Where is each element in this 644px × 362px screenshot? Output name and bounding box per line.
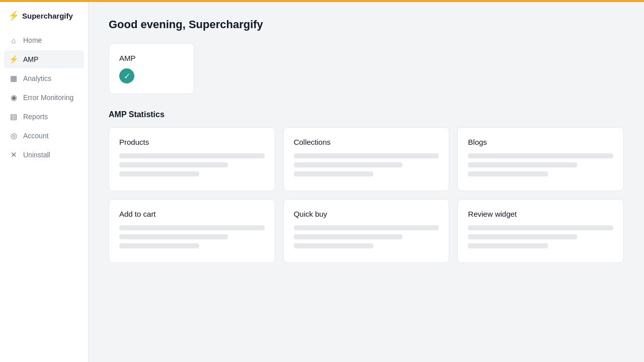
reports-icon: ▤ [9,112,18,121]
logo-text: Superchargify [22,12,73,20]
sidebar-item-home[interactable]: ⌂Home [4,31,84,49]
sidebar-item-label-home: Home [23,36,42,44]
sidebar-item-label-account: Account [23,132,49,140]
stat-card-title-add-to-cart: Add to cart [119,210,265,218]
sidebar-item-error-monitoring[interactable]: ◉Error Monitoring [4,88,84,107]
sidebar-item-label-error-monitoring: Error Monitoring [23,94,73,102]
sidebar-item-analytics[interactable]: ▦Analytics [4,69,84,87]
statistics-section-title: AMP Statistics [109,110,624,119]
stat-card-review-widget: Review widget [457,199,624,263]
sidebar-navigation: ⌂Home⚡AMP▦Analytics◉Error Monitoring▤Rep… [0,31,88,164]
stat-card-collections: Collections [283,127,450,191]
skeleton-line [468,225,613,230]
amp-icon: ⚡ [9,55,18,64]
stat-card-title-products: Products [119,138,265,146]
sidebar-item-label-reports: Reports [23,113,48,121]
stat-card-add-to-cart: Add to cart [109,199,275,263]
stat-card-title-collections: Collections [294,138,439,146]
amp-status-card: AMP ✓ [109,43,194,94]
skeleton-line [119,225,265,230]
stat-card-products: Products [109,127,275,191]
home-icon: ⌂ [9,36,18,45]
stat-card-title-review-widget: Review widget [468,210,613,218]
skeleton-line [119,153,265,158]
page-greeting: Good evening, Superchargify [109,18,624,31]
uninstall-icon: ✕ [9,150,18,159]
sidebar-item-label-uninstall: Uninstall [23,151,50,159]
sidebar-item-reports[interactable]: ▤Reports [4,108,84,126]
sidebar-item-amp[interactable]: ⚡AMP [4,50,84,68]
sidebar-item-account[interactable]: ◎Account [4,127,84,145]
statistics-grid: ProductsCollectionsBlogsAdd to cartQuick… [109,127,624,263]
logo: ⚡ Superchargify [0,2,88,31]
sidebar-item-label-analytics: Analytics [23,74,51,82]
main-content: Good evening, Superchargify AMP ✓ AMP St… [89,0,644,362]
error-monitoring-icon: ◉ [9,93,18,102]
stat-card-quick-buy: Quick buy [283,199,450,263]
skeleton-line [468,153,613,158]
skeleton-line [294,225,439,230]
stat-card-title-blogs: Blogs [468,138,613,146]
top-bar [0,0,644,2]
account-icon: ◎ [9,131,18,140]
sidebar-item-uninstall[interactable]: ✕Uninstall [4,146,84,164]
amp-card-title: AMP [119,54,184,62]
amp-status-icon: ✓ [119,68,134,83]
analytics-icon: ▦ [9,74,18,83]
sidebar: ⚡ Superchargify ⌂Home⚡AMP▦Analytics◉Erro… [0,0,89,362]
stat-card-blogs: Blogs [457,127,624,191]
sidebar-item-label-amp: AMP [23,55,38,63]
stat-card-title-quick-buy: Quick buy [294,210,439,218]
skeleton-line [294,153,439,158]
logo-icon: ⚡ [8,10,19,21]
